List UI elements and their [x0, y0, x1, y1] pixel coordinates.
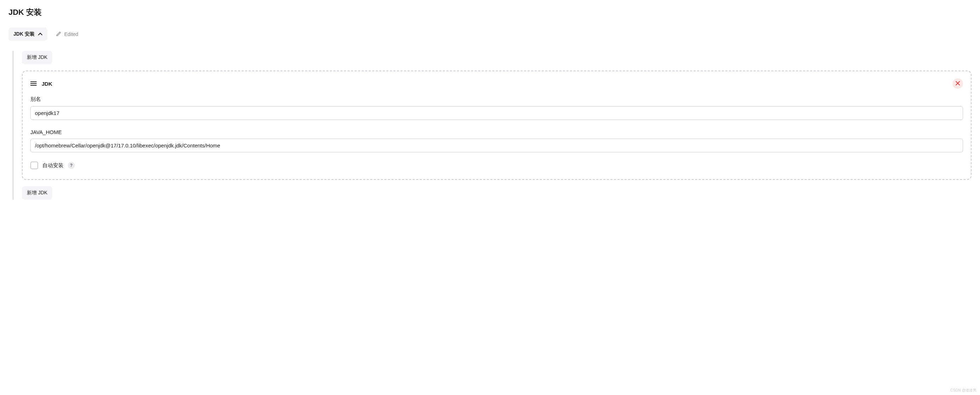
section-toggle-label: JDK 安装 [13, 31, 35, 37]
chevron-up-icon [38, 32, 42, 36]
card-header: JDK [30, 78, 963, 89]
page-title: JDK 安装 [8, 7, 972, 17]
section-toggle-button[interactable]: JDK 安装 [8, 27, 47, 41]
card-header-left: JDK [30, 81, 52, 87]
java-home-input[interactable] [30, 139, 963, 152]
jdk-card: JDK 别名 JAVA_HOME 自动安装 ? [22, 71, 972, 180]
help-icon[interactable]: ? [68, 162, 75, 169]
header-row: JDK 安装 Edited [8, 27, 972, 41]
auto-install-row: 自动安装 ? [30, 162, 963, 169]
content-area: 新增 JDK JDK [13, 51, 972, 200]
pencil-icon [56, 31, 61, 38]
auto-install-label: 自动安装 [42, 162, 64, 169]
drag-handle-icon[interactable] [30, 81, 37, 87]
alias-field-group: 别名 [30, 96, 963, 120]
add-jdk-button-bottom[interactable]: 新增 JDK [22, 186, 52, 200]
auto-install-checkbox[interactable] [30, 162, 38, 169]
card-title: JDK [41, 81, 52, 87]
add-jdk-button-top[interactable]: 新增 JDK [22, 51, 52, 64]
java-home-field-group: JAVA_HOME [30, 129, 963, 152]
remove-button[interactable] [953, 78, 963, 89]
java-home-label: JAVA_HOME [30, 129, 963, 135]
edited-indicator: Edited [56, 31, 78, 38]
alias-input[interactable] [30, 106, 963, 120]
edited-label: Edited [64, 32, 78, 37]
alias-label: 别名 [30, 96, 963, 103]
close-icon [956, 81, 960, 86]
